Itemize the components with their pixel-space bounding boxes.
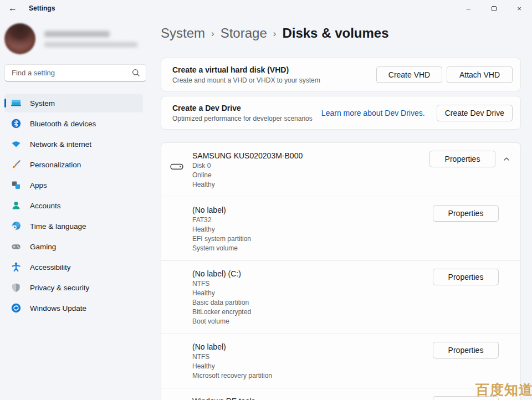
create-dev-drive-button[interactable]: Create Dev Drive bbox=[437, 105, 513, 121]
sidebar-item-label: Windows Update bbox=[30, 304, 86, 312]
vhd-card-subtitle: Create and mount a VHD or VHDX to your s… bbox=[172, 76, 376, 85]
disk-list-card: SAMSUNG KUS020203M-B000 Disk 0 Online He… bbox=[161, 142, 521, 400]
sidebar-item-accessibility[interactable]: Accessibility bbox=[4, 258, 143, 276]
gaming-gamepad-icon bbox=[11, 241, 22, 252]
volume-detail: Healthy bbox=[192, 289, 433, 298]
volume-info: (No label) NTFS Healthy Microsoft recove… bbox=[192, 341, 433, 381]
volume-info: (No label) (C:) NTFS Healthy Basic data … bbox=[192, 268, 433, 326]
breadcrumb-separator-icon: › bbox=[211, 28, 214, 39]
titlebar: ← Settings – × bbox=[0, 0, 532, 17]
network-wifi-icon bbox=[11, 139, 22, 150]
disk-properties-button[interactable]: Properties bbox=[429, 151, 495, 167]
disk-info: SAMSUNG KUS020203M-B000 Disk 0 Online He… bbox=[192, 150, 429, 189]
volume-properties-button[interactable]: Properties bbox=[433, 342, 499, 358]
minimize-icon[interactable]: – bbox=[456, 0, 481, 17]
chevron-up-icon[interactable] bbox=[500, 153, 513, 165]
time-language-icon bbox=[11, 220, 22, 232]
volume-row: (No label) NTFS Healthy Microsoft recove… bbox=[161, 334, 520, 388]
dev-drive-learn-more-link[interactable]: Learn more about Dev Drives. bbox=[321, 109, 425, 117]
sidebar-item-privacy-security[interactable]: Privacy & security bbox=[4, 278, 143, 297]
attach-vhd-button[interactable]: Attach VHD bbox=[447, 66, 513, 83]
sidebar-item-apps[interactable]: Apps bbox=[4, 176, 143, 194]
watermark: 百度知道 bbox=[475, 381, 532, 399]
volume-detail: System volume bbox=[192, 244, 433, 253]
personalization-brush-icon bbox=[11, 159, 22, 170]
search-box bbox=[4, 64, 146, 81]
volume-detail: NTFS bbox=[192, 352, 433, 362]
sidebar-item-label: Personalization bbox=[30, 161, 81, 169]
volume-detail: FAT32 bbox=[192, 216, 433, 225]
vhd-card-titles: Create a virtual hard disk (VHD) Create … bbox=[172, 64, 376, 85]
accessibility-icon bbox=[11, 261, 22, 273]
dev-drive-card: Create a Dev Drive Optimized performance… bbox=[161, 96, 521, 130]
sidebar-item-label: Accounts bbox=[30, 202, 61, 210]
volume-properties-button[interactable]: Properties bbox=[433, 269, 499, 285]
sidebar-item-label: Accessibility bbox=[30, 263, 71, 271]
search-input[interactable] bbox=[4, 64, 146, 81]
sidebar-item-label: Time & language bbox=[30, 222, 86, 230]
disk-header-row: SAMSUNG KUS020203M-B000 Disk 0 Online He… bbox=[161, 143, 520, 197]
sidebar-item-label: Privacy & security bbox=[30, 284, 89, 292]
windows-update-icon bbox=[11, 302, 22, 314]
sidebar-item-label: Apps bbox=[30, 181, 47, 189]
system-icon bbox=[11, 98, 22, 109]
sidebar-item-time-language[interactable]: Time & language bbox=[4, 217, 143, 235]
back-arrow-icon[interactable]: ← bbox=[4, 2, 21, 15]
volume-info: Windows RE tools NTFS Healthy bbox=[192, 395, 433, 400]
sidebar-nav: System Bluetooth & devices Network & int… bbox=[4, 94, 151, 319]
disk-detail: Healthy bbox=[192, 180, 429, 189]
app-title: Settings bbox=[29, 4, 55, 12]
main-content: System › Storage › Disks & volumes Creat… bbox=[161, 17, 521, 400]
dev-drive-card-title: Create a Dev Drive bbox=[172, 102, 321, 114]
disk-name: SAMSUNG KUS020203M-B000 bbox=[192, 150, 429, 161]
sidebar-item-system[interactable]: System bbox=[4, 94, 143, 112]
privacy-shield-icon bbox=[11, 282, 22, 293]
avatar bbox=[4, 23, 35, 54]
volume-row: (No label) (C:) NTFS Healthy Basic data … bbox=[161, 260, 520, 334]
volume-info: (No label) FAT32 Healthy EFI system part… bbox=[192, 204, 433, 253]
maximize-glyph bbox=[492, 6, 497, 11]
sidebar-item-label: Gaming bbox=[30, 243, 56, 251]
volume-detail: Healthy bbox=[192, 362, 433, 371]
sidebar-item-network-internet[interactable]: Network & internet bbox=[4, 135, 143, 153]
breadcrumb-storage[interactable]: Storage bbox=[221, 25, 267, 41]
create-vhd-button[interactable]: Create VHD bbox=[376, 66, 442, 83]
volume-detail: NTFS bbox=[192, 279, 433, 289]
sidebar-item-label: Bluetooth & devices bbox=[30, 120, 96, 128]
volume-name: (No label) (C:) bbox=[192, 268, 433, 279]
apps-icon bbox=[11, 180, 22, 191]
disk-icon bbox=[161, 150, 192, 171]
breadcrumb-system[interactable]: System bbox=[161, 25, 205, 41]
sidebar-item-bluetooth-devices[interactable]: Bluetooth & devices bbox=[4, 114, 143, 133]
vhd-card: Create a virtual hard disk (VHD) Create … bbox=[161, 58, 521, 91]
user-meta bbox=[44, 31, 137, 47]
window-controls: – × bbox=[456, 0, 532, 17]
volume-name: (No label) bbox=[192, 341, 433, 352]
volume-detail: BitLocker encrypted bbox=[192, 307, 433, 317]
volume-detail: Basic data partition bbox=[192, 298, 433, 307]
sidebar-item-gaming[interactable]: Gaming bbox=[4, 237, 143, 256]
close-icon[interactable]: × bbox=[507, 0, 532, 17]
disk-detail: Online bbox=[192, 171, 429, 180]
sidebar-item-label: Network & internet bbox=[30, 140, 91, 148]
bluetooth-icon bbox=[11, 118, 22, 129]
user-email-redacted bbox=[44, 42, 137, 47]
disk-detail: Disk 0 bbox=[192, 161, 429, 171]
sidebar-item-personalization[interactable]: Personalization bbox=[4, 155, 143, 174]
volume-detail: Boot volume bbox=[192, 317, 433, 326]
search-icon bbox=[131, 68, 141, 80]
user-profile[interactable] bbox=[4, 23, 151, 54]
volume-detail: Microsoft recovery partition bbox=[192, 371, 433, 381]
breadcrumb-separator-icon: › bbox=[273, 28, 277, 39]
page-title: Disks & volumes bbox=[282, 25, 388, 41]
sidebar-item-windows-update[interactable]: Windows Update bbox=[4, 299, 143, 317]
sidebar-item-accounts[interactable]: Accounts bbox=[4, 196, 143, 215]
dev-drive-card-subtitle: Optimized performance for developer scen… bbox=[172, 114, 321, 123]
sidebar: System Bluetooth & devices Network & int… bbox=[0, 17, 156, 400]
sidebar-item-label: System bbox=[30, 99, 55, 107]
volume-detail: EFI system partition bbox=[192, 234, 433, 244]
maximize-icon[interactable] bbox=[481, 0, 507, 17]
volume-name: (No label) bbox=[192, 204, 433, 216]
volume-properties-button[interactable]: Properties bbox=[433, 205, 499, 222]
volume-row: Windows RE tools NTFS Healthy Properties bbox=[161, 388, 520, 400]
